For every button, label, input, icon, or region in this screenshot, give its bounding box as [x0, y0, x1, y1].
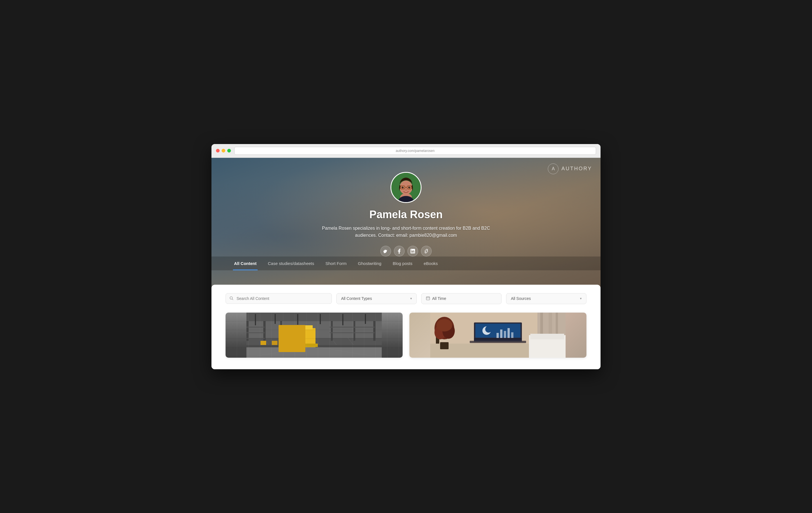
svg-line-32 [331, 338, 337, 345]
svg-rect-20 [255, 314, 256, 325]
svg-rect-70 [530, 334, 564, 339]
svg-rect-21 [274, 314, 276, 324]
calendar-icon [426, 296, 430, 301]
svg-rect-18 [246, 312, 382, 358]
chevron-down-icon: ▾ [410, 297, 412, 300]
tab-all-content[interactable]: All Content [228, 256, 262, 270]
svg-rect-26 [246, 338, 382, 345]
hero-content: Pamela Rosen Pamela Rosen specializes in… [211, 158, 601, 256]
tab-ghostwriting[interactable]: Ghostwriting [352, 256, 387, 270]
svg-rect-14 [426, 297, 430, 300]
search-input[interactable] [226, 293, 332, 304]
svg-point-9 [403, 187, 403, 187]
maximize-button[interactable] [227, 149, 231, 152]
address-text: authory.com/pamelarosen [396, 149, 435, 153]
traffic-lights [216, 149, 231, 152]
search-wrapper [226, 293, 332, 304]
content-types-filter[interactable]: All Content Types ▾ [336, 293, 417, 304]
svg-rect-19 [246, 312, 382, 321]
svg-point-76 [485, 326, 492, 333]
svg-line-13 [232, 299, 233, 300]
svg-rect-37 [301, 328, 316, 351]
svg-point-7 [402, 186, 404, 188]
sources-label: All Sources [511, 296, 531, 301]
browser-chrome: authory.com/pamelarosen [211, 144, 601, 158]
svg-line-56 [314, 346, 382, 358]
minimize-button[interactable] [222, 149, 225, 152]
svg-rect-41 [263, 321, 266, 341]
tab-ebooks[interactable]: eBooks [418, 256, 443, 270]
profile-name: Pamela Rosen [369, 209, 443, 221]
content-types-label: All Content Types [341, 296, 372, 301]
content-area: All Content Types ▾ All Time All Sources [211, 285, 601, 369]
svg-rect-38 [303, 325, 313, 330]
card-image-warehouse [226, 312, 403, 358]
time-filter[interactable]: All Time [421, 293, 501, 304]
svg-rect-25 [365, 314, 366, 324]
copy-link[interactable] [421, 246, 432, 256]
svg-point-67 [436, 319, 452, 331]
nav-tabs: All Content Case studies/datasheets Shor… [228, 256, 584, 270]
social-links [380, 246, 432, 256]
svg-rect-40 [246, 321, 249, 341]
svg-point-10 [409, 187, 410, 187]
svg-line-31 [314, 338, 320, 345]
svg-rect-24 [342, 314, 343, 325]
svg-rect-82 [474, 338, 522, 339]
svg-line-28 [263, 338, 269, 345]
svg-line-55 [246, 346, 314, 358]
svg-rect-46 [246, 327, 265, 328]
svg-rect-39 [299, 343, 318, 347]
tab-short-form[interactable]: Short Form [320, 256, 352, 270]
svg-rect-45 [373, 321, 376, 341]
content-card-2[interactable] [409, 312, 586, 358]
hero-section: A AUTHORY [211, 158, 601, 288]
tab-case-studies[interactable]: Case studies/datasheets [262, 256, 320, 270]
cards-grid [226, 312, 586, 358]
svg-rect-43 [331, 321, 333, 341]
content-card-1[interactable] [226, 312, 403, 358]
svg-rect-23 [320, 314, 321, 324]
svg-point-12 [230, 297, 233, 299]
svg-rect-68 [440, 342, 448, 349]
avatar-illustration [392, 173, 420, 202]
browser-window: authory.com/pamelarosen A AUTHORY [211, 144, 601, 369]
svg-rect-79 [504, 331, 506, 338]
svg-rect-48 [246, 338, 265, 339]
tab-blog-posts[interactable]: Blog posts [387, 256, 418, 270]
nav-tabs-wrapper: All Content Case studies/datasheets Shor… [211, 256, 601, 270]
svg-rect-27 [246, 345, 382, 347]
address-bar[interactable]: authory.com/pamelarosen [234, 147, 596, 155]
svg-rect-36 [283, 341, 289, 345]
laptop-illustration [409, 312, 586, 358]
svg-rect-80 [508, 328, 510, 338]
svg-rect-51 [329, 332, 355, 333]
svg-line-33 [348, 338, 353, 345]
svg-rect-77 [496, 333, 499, 338]
avatar [390, 172, 422, 203]
svg-rect-34 [261, 341, 266, 345]
warehouse-illustration [226, 312, 403, 358]
svg-rect-22 [297, 314, 298, 325]
close-button[interactable] [216, 149, 220, 152]
svg-rect-78 [500, 330, 502, 338]
chevron-down-icon-sources: ▾ [580, 297, 582, 300]
svg-point-8 [408, 186, 410, 188]
linkedin-link[interactable] [407, 246, 418, 256]
svg-line-29 [280, 338, 286, 345]
svg-rect-42 [280, 321, 282, 341]
profile-bio: Pamela Rosen specializes in long- and sh… [319, 225, 493, 239]
svg-rect-52 [352, 332, 375, 333]
svg-rect-81 [511, 332, 514, 338]
svg-rect-50 [352, 327, 375, 328]
search-icon [230, 296, 233, 301]
svg-line-30 [297, 338, 303, 345]
svg-rect-47 [246, 332, 265, 333]
svg-rect-44 [353, 321, 355, 341]
facebook-link[interactable] [394, 246, 405, 256]
svg-rect-53 [246, 347, 382, 358]
time-label: All Time [432, 296, 446, 301]
twitter-link[interactable] [380, 246, 391, 256]
svg-rect-35 [272, 341, 278, 345]
sources-filter[interactable]: All Sources ▾ [506, 293, 586, 304]
